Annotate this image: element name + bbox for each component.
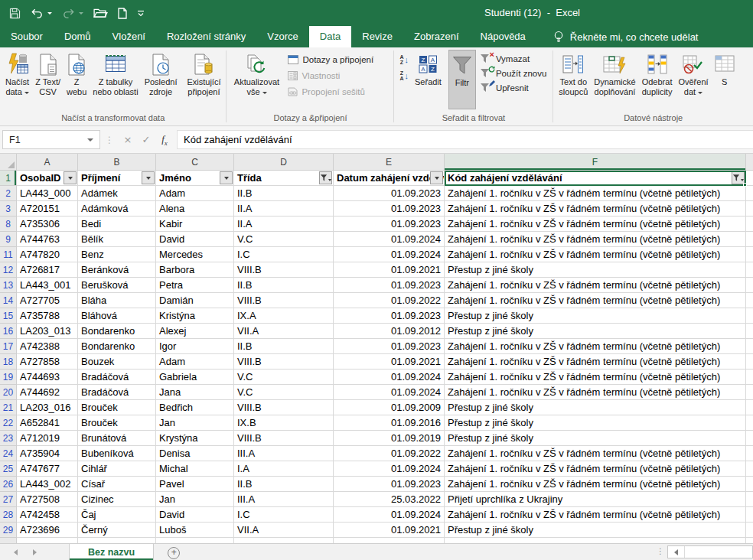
cell[interactable]: A727858: [17, 354, 78, 370]
cell[interactable]: II.B: [234, 186, 334, 201]
tab-soubor[interactable]: Soubor: [0, 26, 54, 47]
cell[interactable]: 01.09.2022: [334, 293, 445, 308]
new-button[interactable]: [118, 8, 127, 19]
formula-input[interactable]: Kód zahájení vzdělávání: [177, 130, 753, 149]
cell[interactable]: VIII.B: [234, 354, 334, 370]
cell[interactable]: A744693: [17, 370, 78, 385]
insert-function-button[interactable]: fx: [155, 133, 174, 147]
from-table-range-button[interactable]: Z tabulky nebo oblasti: [90, 50, 141, 109]
cell[interactable]: VIII.B: [234, 400, 334, 415]
cell[interactable]: A747677: [17, 461, 78, 477]
tab-vlo-en-[interactable]: Vložení: [102, 26, 156, 47]
cell[interactable]: 01.09.2024: [334, 247, 445, 262]
row-header[interactable]: 18: [0, 354, 17, 370]
row-header[interactable]: 14: [0, 293, 17, 308]
cell[interactable]: Brouček: [78, 415, 156, 431]
cell[interactable]: Pavel: [156, 477, 234, 492]
cell[interactable]: Zahájení 1. ročníku v ZŠ v řádném termín…: [445, 354, 746, 370]
from-text-csv-button[interactable]: Z Text/ CSV: [32, 50, 64, 109]
row-header[interactable]: 2: [0, 186, 17, 201]
header-cell-F1[interactable]: Kód zahájení vzdělávání: [445, 171, 746, 186]
tab-n-pov-da[interactable]: Nápověda: [470, 26, 536, 47]
cell[interactable]: Bondarenko: [78, 339, 156, 354]
cell[interactable]: LA443_000: [17, 186, 78, 201]
name-box[interactable]: F1: [2, 130, 100, 149]
cell[interactable]: 01.09.2022: [334, 446, 445, 461]
cell[interactable]: V.C: [234, 370, 334, 385]
row-header[interactable]: 28: [0, 507, 17, 523]
cell[interactable]: LA443_001: [17, 278, 78, 293]
header-cell-E1[interactable]: Datum zahájení vzdělávání: [334, 171, 445, 186]
undo-dropdown-caret-icon[interactable]: [47, 12, 52, 15]
cell[interactable]: Přestup z jiné školy: [445, 431, 746, 446]
cell[interactable]: Zahájení 1. ročníku v ZŠ v řádném termín…: [445, 293, 746, 308]
cell[interactable]: Adam: [156, 186, 234, 201]
cell[interactable]: Petra: [156, 278, 234, 293]
cell[interactable]: Denisa: [156, 446, 234, 461]
header-cell-A1[interactable]: OsobaID: [17, 171, 78, 186]
cell[interactable]: VII.A: [234, 324, 334, 339]
undo-button[interactable]: [31, 8, 52, 18]
cell[interactable]: 01.09.2009: [334, 400, 445, 415]
cell[interactable]: Alexej: [156, 324, 234, 339]
column-header-D[interactable]: D: [234, 154, 334, 171]
clear-filter-button[interactable]: × Vymazat: [476, 51, 550, 66]
data-validation-button[interactable]: Ověření dat: [675, 50, 711, 109]
cell[interactable]: II.B: [234, 477, 334, 492]
column-header-A[interactable]: A: [17, 154, 78, 171]
cell[interactable]: Bedi: [78, 217, 156, 232]
row-header[interactable]: 8: [0, 217, 17, 232]
cell[interactable]: 01.09.2023: [334, 217, 445, 232]
cell[interactable]: Zahájení 1. ročníku v ZŠ v řádném termín…: [445, 477, 746, 492]
row-header[interactable]: 16: [0, 324, 17, 339]
flash-fill-button[interactable]: Dynamické doplňování: [591, 50, 638, 109]
column-header-C[interactable]: C: [156, 154, 234, 171]
cell[interactable]: 01.09.2023: [334, 278, 445, 293]
cell[interactable]: A735788: [17, 308, 78, 324]
cell[interactable]: Damián: [156, 293, 234, 308]
save-button[interactable]: [9, 8, 21, 19]
row-header[interactable]: 3: [0, 201, 17, 217]
remove-duplicates-button[interactable]: Odebrat duplicity: [639, 50, 676, 109]
sort-ascending-button[interactable]: AZ↓: [398, 53, 410, 67]
row-header[interactable]: 19: [0, 370, 17, 385]
cell[interactable]: 01.09.2021: [334, 262, 445, 278]
header-cell-D1[interactable]: Třída: [234, 171, 334, 186]
cell[interactable]: Zahájení 1. ročníku v ZŠ v řádném termín…: [445, 186, 746, 201]
filter-button-E[interactable]: [430, 171, 443, 184]
filter-button-C[interactable]: [220, 171, 233, 184]
cell[interactable]: VIII.B: [234, 293, 334, 308]
cell[interactable]: 01.09.2021: [334, 523, 445, 538]
cell[interactable]: Brunátová: [78, 431, 156, 446]
cell[interactable]: Přestup z jiné školy: [445, 324, 746, 339]
cell[interactable]: Zahájení 1. ročníku v ZŠ v řádném termín…: [445, 247, 746, 262]
cell[interactable]: 01.09.2016: [334, 415, 445, 431]
cell[interactable]: Brouček: [78, 400, 156, 415]
formula-bar-grip[interactable]: ⋮: [100, 135, 119, 145]
cell[interactable]: Gabriela: [156, 370, 234, 385]
cell[interactable]: Alena: [156, 201, 234, 217]
sort-descending-button[interactable]: ZA↓: [398, 69, 410, 83]
cell[interactable]: Bělík: [78, 232, 156, 247]
row-header[interactable]: 29: [0, 523, 17, 538]
cell[interactable]: Zahájení 1. ročníku v ZŠ v řádném termín…: [445, 461, 746, 477]
cell[interactable]: Zahájení 1. ročníku v ZŠ v řádném termín…: [445, 507, 746, 523]
tab-data[interactable]: Data: [309, 26, 351, 47]
row-header[interactable]: 12: [0, 262, 17, 278]
cell[interactable]: Michal: [156, 461, 234, 477]
cell[interactable]: II.A: [234, 217, 334, 232]
cell[interactable]: 01.09.2023: [334, 308, 445, 324]
cell[interactable]: LA203_013: [17, 324, 78, 339]
cell[interactable]: Zahájení 1. ročníku v ZŠ v řádném termín…: [445, 232, 746, 247]
cell[interactable]: II.B: [234, 278, 334, 293]
cell[interactable]: Luboš: [156, 523, 234, 538]
cell[interactable]: Zahájení 1. ročníku v ZŠ v řádném termín…: [445, 339, 746, 354]
column-header-F[interactable]: F: [445, 154, 746, 171]
row-header[interactable]: 27: [0, 492, 17, 507]
row-header[interactable]: 11: [0, 247, 17, 262]
cell[interactable]: II.B: [234, 339, 334, 354]
row-header[interactable]: 22: [0, 415, 17, 431]
cell[interactable]: III.A: [234, 446, 334, 461]
cell[interactable]: 01.09.2019: [334, 431, 445, 446]
cell[interactable]: 01.09.2012: [334, 324, 445, 339]
